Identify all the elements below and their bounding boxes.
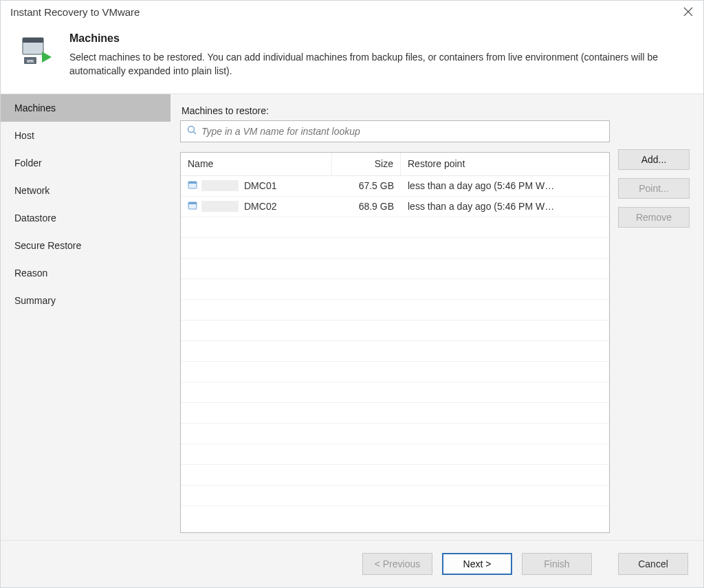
- remove-button[interactable]: Remove: [618, 207, 690, 228]
- step-label: Host: [14, 130, 34, 141]
- empty-row: [181, 217, 609, 238]
- finish-button[interactable]: Finish: [522, 553, 592, 575]
- add-button[interactable]: Add...: [618, 149, 690, 170]
- step-label: Network: [14, 185, 50, 196]
- empty-row: [181, 382, 609, 403]
- empty-row: [181, 403, 609, 424]
- empty-row: [181, 279, 609, 300]
- empty-row: [181, 320, 609, 341]
- row-restore-point: less than a day ago (5:46 PM W…: [401, 201, 609, 212]
- empty-row: [181, 486, 609, 506]
- step-label: Summary: [14, 295, 56, 306]
- empty-row: [181, 424, 609, 444]
- wizard-body: Machines Host Folder Network Datastore S…: [1, 94, 703, 540]
- svg-point-6: [188, 127, 195, 133]
- next-button[interactable]: Next >: [442, 553, 512, 575]
- machines-table: Name Size Restore point: [180, 152, 610, 533]
- vm-icon: [188, 202, 197, 211]
- search-input[interactable]: [197, 123, 604, 140]
- main-panel: Machines to restore: Name Size: [170, 94, 703, 540]
- step-folder[interactable]: Folder: [1, 149, 170, 177]
- step-summary[interactable]: Summary: [1, 287, 170, 314]
- svg-line-7: [194, 132, 197, 135]
- redacted-prefix: [201, 201, 239, 212]
- row-name: DMC02: [244, 201, 276, 212]
- wizard-header: vm Machines Select machines to be restor…: [1, 23, 703, 94]
- window-title: Instant Recovery to VMware: [10, 6, 140, 18]
- point-button[interactable]: Point...: [618, 178, 690, 199]
- svg-rect-9: [188, 182, 197, 184]
- titlebar: Instant Recovery to VMware: [1, 1, 703, 23]
- empty-row: [181, 300, 609, 320]
- row-size: 68.9 GB: [332, 201, 401, 212]
- step-network[interactable]: Network: [1, 177, 170, 204]
- step-label: Datastore: [14, 213, 56, 224]
- table-row[interactable]: DMC01 67.5 GB less than a day ago (5:46 …: [181, 176, 609, 197]
- svg-text:vm: vm: [27, 58, 34, 63]
- col-restore-point[interactable]: Restore point: [401, 153, 609, 175]
- redacted-prefix: [201, 180, 239, 191]
- empty-row: [181, 465, 609, 486]
- step-label: Folder: [14, 157, 42, 168]
- row-size: 67.5 GB: [332, 180, 401, 191]
- svg-rect-11: [188, 202, 197, 204]
- search-icon: [186, 124, 197, 138]
- wizard-steps: Machines Host Folder Network Datastore S…: [1, 94, 170, 540]
- table-body: DMC01 67.5 GB less than a day ago (5:46 …: [181, 176, 609, 506]
- table-row[interactable]: DMC02 68.9 GB less than a day ago (5:46 …: [181, 197, 609, 217]
- step-host[interactable]: Host: [1, 122, 170, 149]
- header-text: Machines Select machines to be restored.…: [69, 32, 691, 78]
- step-secure-restore[interactable]: Secure Restore: [1, 232, 170, 259]
- vm-icon: [188, 181, 197, 190]
- header-heading: Machines: [69, 32, 691, 45]
- step-reason[interactable]: Reason: [1, 259, 170, 287]
- header-description: Select machines to be restored. You can …: [69, 50, 691, 78]
- step-label: Reason: [14, 268, 47, 279]
- row-name: DMC01: [244, 180, 276, 191]
- empty-row: [181, 362, 609, 382]
- wizard-window: Instant Recovery to VMware vm Machines S…: [0, 0, 704, 588]
- step-label: Machines: [14, 102, 56, 113]
- empty-row: [181, 444, 609, 465]
- cancel-button[interactable]: Cancel: [618, 553, 688, 575]
- col-name[interactable]: Name: [181, 153, 332, 175]
- empty-row: [181, 341, 609, 362]
- row-restore-point: less than a day ago (5:46 PM W…: [401, 180, 609, 191]
- action-buttons: Add... Point... Remove: [618, 120, 690, 533]
- empty-row: [181, 259, 609, 279]
- empty-row: [181, 238, 609, 259]
- wizard-footer: < Previous Next > Finish Cancel: [1, 540, 703, 587]
- search-box: [180, 120, 610, 142]
- content-row: Name Size Restore point: [180, 120, 690, 533]
- step-label: Secure Restore: [14, 240, 81, 251]
- step-datastore[interactable]: Datastore: [1, 204, 170, 232]
- col-size[interactable]: Size: [332, 153, 401, 175]
- vm-restore-icon: vm: [21, 32, 54, 69]
- previous-button[interactable]: < Previous: [362, 553, 432, 575]
- close-icon[interactable]: [681, 5, 695, 19]
- svg-rect-3: [23, 38, 43, 43]
- section-label: Machines to restore:: [182, 105, 690, 116]
- left-column: Name Size Restore point: [180, 120, 610, 533]
- step-machines[interactable]: Machines: [1, 94, 170, 122]
- table-header: Name Size Restore point: [181, 153, 609, 176]
